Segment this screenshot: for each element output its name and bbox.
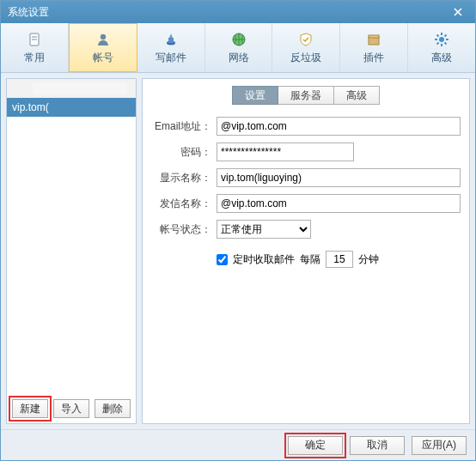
globe-icon	[230, 31, 247, 48]
inner-tab-server[interactable]: 服务器	[278, 86, 334, 105]
account-list-item[interactable]	[7, 79, 136, 98]
email-input[interactable]	[217, 117, 461, 136]
svg-line-16	[445, 34, 447, 36]
form-row-interval: 定时收取邮件 每隔 分钟	[217, 251, 461, 268]
svg-point-3	[101, 33, 106, 39]
account-form: Email地址： 密码： 显示名称： 发信名称： 帐号状态： 正常使	[151, 117, 461, 268]
account-buttons: 新建 导入 删除	[7, 394, 136, 423]
new-account-button[interactable]: 新建	[12, 399, 48, 418]
inkwell-icon	[162, 31, 180, 48]
toolbar-item-network[interactable]: 网络	[205, 23, 273, 72]
toolbar-item-plugins[interactable]: 插件	[340, 23, 408, 72]
apply-button[interactable]: 应用(A)	[412, 436, 467, 455]
svg-point-9	[439, 37, 444, 42]
toolbar-item-account[interactable]: 帐号	[69, 23, 137, 72]
form-row-status: 帐号状态： 正常使用	[151, 220, 461, 239]
form-row-password: 密码：	[151, 143, 461, 161]
user-icon	[95, 31, 112, 48]
svg-rect-8	[369, 35, 379, 38]
sendername-input[interactable]	[217, 194, 461, 213]
sendername-label: 发信名称：	[151, 197, 211, 211]
toolbar-label: 常用	[24, 51, 45, 65]
password-input[interactable]	[217, 143, 354, 161]
displayname-input[interactable]	[217, 168, 461, 187]
interval-prefix: 每隔	[300, 252, 320, 267]
status-select[interactable]: 正常使用	[217, 220, 311, 239]
email-label: Email地址：	[151, 119, 211, 134]
dialog-button-bar: 确定 取消 应用(A)	[1, 429, 475, 460]
shield-icon	[297, 31, 314, 48]
account-list-pane: vip.tom( 新建 导入 删除	[6, 78, 137, 424]
toolbar-label: 插件	[363, 51, 384, 65]
toolbar-item-compose[interactable]: 写邮件	[137, 23, 205, 72]
interval-input[interactable]	[326, 251, 353, 268]
settings-window: 系统设置 常用 帐号 写邮件 网络 反垃圾 插件	[0, 0, 476, 461]
account-list-item[interactable]: vip.tom(	[7, 98, 136, 117]
toolbar-label: 反垃圾	[290, 51, 321, 65]
svg-line-17	[437, 42, 439, 44]
titlebar: 系统设置	[1, 1, 475, 23]
cancel-button[interactable]: 取消	[350, 436, 405, 455]
delete-account-button[interactable]: 删除	[95, 399, 131, 418]
window-close-button[interactable]	[448, 3, 468, 21]
toolbar-label: 帐号	[93, 51, 113, 65]
toolbar-label: 网络	[229, 51, 249, 65]
svg-line-15	[445, 42, 447, 44]
timed-fetch-checkbox[interactable]	[217, 254, 228, 265]
status-label: 帐号状态：	[151, 222, 211, 237]
inner-tab-bar: 设置 服务器 高级	[151, 86, 461, 105]
toolbar-item-general[interactable]: 常用	[1, 23, 69, 72]
page-icon	[26, 31, 43, 48]
timed-fetch-label: 定时收取邮件	[233, 252, 295, 267]
account-detail-pane: 设置 服务器 高级 Email地址： 密码： 显示名称： 发信名称	[142, 78, 470, 424]
window-title: 系统设置	[8, 5, 448, 20]
svg-line-14	[437, 34, 439, 36]
inner-tab-advanced[interactable]: 高级	[334, 86, 380, 105]
interval-suffix: 分钟	[358, 252, 379, 267]
form-row-email: Email地址：	[151, 117, 461, 136]
gear-icon	[433, 31, 450, 48]
close-icon	[454, 8, 462, 16]
toolbar-item-antispam[interactable]: 反垃圾	[272, 23, 340, 72]
box-icon	[365, 31, 382, 48]
inner-tab-settings[interactable]: 设置	[232, 86, 278, 105]
password-label: 密码：	[151, 145, 211, 160]
svg-rect-5	[168, 38, 174, 43]
form-row-displayname: 显示名称：	[151, 168, 461, 187]
ok-button[interactable]: 确定	[288, 436, 343, 455]
main-toolbar: 常用 帐号 写邮件 网络 反垃圾 插件 高级	[1, 23, 475, 73]
account-list: vip.tom(	[7, 79, 136, 394]
displayname-label: 显示名称：	[151, 171, 211, 185]
toolbar-item-advanced[interactable]: 高级	[408, 23, 475, 72]
toolbar-label: 写邮件	[156, 51, 186, 65]
form-row-sendername: 发信名称：	[151, 194, 461, 213]
content-body: vip.tom( 新建 导入 删除 设置 服务器 高级 Email地址： 密码：	[1, 73, 475, 429]
import-account-button[interactable]: 导入	[53, 399, 89, 418]
toolbar-label: 高级	[431, 51, 452, 65]
